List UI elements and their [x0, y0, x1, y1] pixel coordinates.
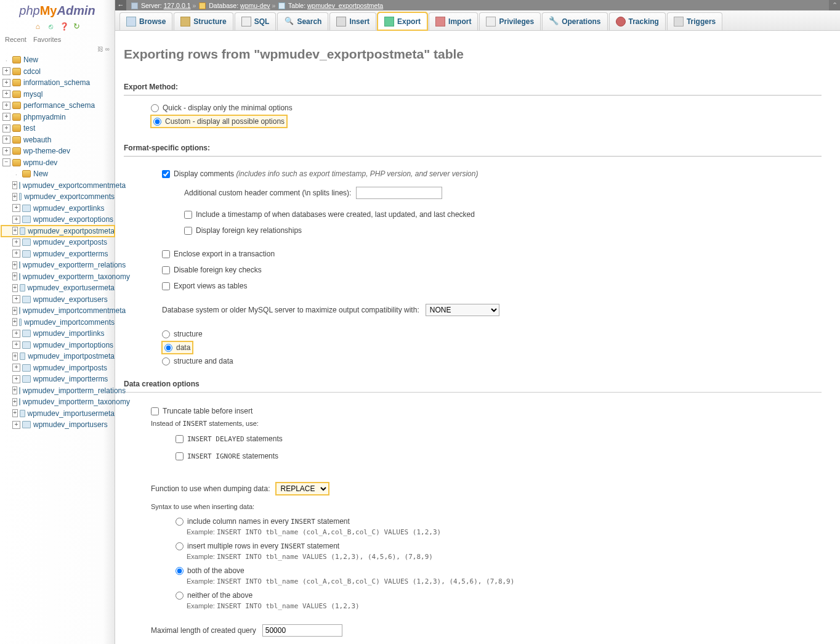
- tree-table-wpmudev_importusers[interactable]: wpmudev_importusers: [1, 419, 115, 431]
- tree-table-wpmudev_exportpostmeta[interactable]: wpmudev_exportpostmeta: [1, 226, 115, 237]
- tree-db-webauth[interactable]: webauth: [1, 134, 115, 146]
- tree-db-wpmu-dev[interactable]: wpmu-dev: [1, 157, 115, 169]
- tree-db-wp-theme-dev[interactable]: wp-theme-dev: [1, 145, 115, 157]
- additional-header-input[interactable]: [356, 187, 442, 199]
- export-method-quick-label[interactable]: Quick - display only the minimal options: [163, 104, 293, 112]
- tab-privileges[interactable]: Privileges: [479, 12, 541, 30]
- expand-icon[interactable]: [2, 90, 10, 98]
- tab-structure[interactable]: Structure: [174, 12, 233, 30]
- tree-table-wpmudev_exportposts[interactable]: wpmudev_exportposts: [1, 237, 115, 248]
- tree-table-wpmudev_importpostmeta[interactable]: wpmudev_importpostmeta: [1, 351, 115, 362]
- expand-icon[interactable]: [12, 375, 20, 383]
- tree-new-table[interactable]: ·New: [1, 168, 115, 180]
- enclose-transaction-label[interactable]: Enclose export in a transaction: [174, 250, 275, 258]
- display-comments-label[interactable]: Display comments (includes info such as …: [174, 169, 478, 178]
- expand-icon[interactable]: [12, 204, 20, 212]
- max-length-input[interactable]: [262, 624, 342, 637]
- logout-icon[interactable]: ⎋: [46, 22, 55, 31]
- tree-table-wpmudev_exportoptions[interactable]: wpmudev_exportoptions: [1, 214, 115, 226]
- insert-ignore-label[interactable]: INSERT IGNORE statements: [187, 452, 278, 460]
- tree-table-wpmudev_exportterm_relations[interactable]: wpmudev_exportterm_relations: [1, 259, 115, 271]
- tree-table-wpmudev_exportlinks[interactable]: wpmudev_exportlinks: [1, 203, 115, 214]
- expand-icon[interactable]: [12, 398, 17, 406]
- disable-fk-checkbox[interactable]: [162, 266, 170, 274]
- insert-ignore-checkbox[interactable]: [176, 452, 184, 460]
- expand-icon[interactable]: [12, 227, 18, 235]
- expand-icon[interactable]: [12, 238, 20, 247]
- tree-table-wpmudev_importterm_relations[interactable]: wpmudev_importterm_relations: [1, 385, 115, 397]
- syntax-both-radio[interactable]: [176, 567, 184, 575]
- expand-icon[interactable]: [12, 193, 17, 201]
- tab-operations[interactable]: 🔧Operations: [542, 12, 607, 30]
- tree-new[interactable]: ·New: [1, 54, 115, 66]
- tree-db-performance_schema[interactable]: performance_schema: [1, 100, 115, 112]
- expand-icon[interactable]: [12, 318, 17, 326]
- export-views-label[interactable]: Export views as tables: [174, 282, 247, 290]
- structure-data-radio[interactable]: [162, 357, 170, 365]
- tree-table-wpmudev_exportterms[interactable]: wpmudev_exportterms: [1, 248, 115, 260]
- database-link[interactable]: wpmu-dev: [240, 2, 270, 9]
- expand-icon[interactable]: [2, 102, 10, 110]
- expand-icon[interactable]: [12, 216, 20, 224]
- truncate-checkbox[interactable]: [151, 407, 159, 415]
- export-method-custom-label[interactable]: Custom - display all possible options: [165, 117, 285, 126]
- compat-select[interactable]: NONE: [426, 304, 499, 316]
- expand-icon[interactable]: [2, 67, 10, 75]
- syntax-neither-label[interactable]: neither of the above: [187, 591, 252, 600]
- tab-export[interactable]: Export: [378, 12, 427, 30]
- tree-db-cdcol[interactable]: cdcol: [1, 66, 115, 78]
- tree-table-wpmudev_importterm_taxonomy[interactable]: wpmudev_importterm_taxonomy: [1, 396, 115, 408]
- expand-icon[interactable]: [12, 409, 18, 417]
- tree-table-wpmudev_importcommentmeta[interactable]: wpmudev_importcommentmeta: [1, 305, 115, 317]
- home-icon[interactable]: ⌂: [33, 22, 42, 31]
- data-radio[interactable]: [164, 344, 172, 352]
- tree-db-test[interactable]: test: [1, 123, 115, 134]
- display-comments-checkbox[interactable]: [162, 170, 170, 178]
- tree-db-information_schema[interactable]: information_schema: [1, 77, 115, 89]
- expand-icon[interactable]: [12, 353, 18, 361]
- foreign-key-label[interactable]: Display foreign key relationships: [196, 226, 302, 235]
- syntax-multi-radio[interactable]: [176, 542, 184, 550]
- insert-delayed-label[interactable]: INSERT DELAYED statements: [187, 434, 283, 443]
- syntax-cols-radio[interactable]: [176, 518, 184, 526]
- foreign-key-checkbox[interactable]: [184, 227, 192, 235]
- expand-icon[interactable]: [12, 386, 17, 394]
- tab-import[interactable]: Import: [429, 12, 478, 30]
- export-method-quick-radio[interactable]: [151, 104, 159, 112]
- expand-icon[interactable]: [2, 124, 10, 132]
- expand-icon[interactable]: [2, 113, 10, 121]
- expand-icon[interactable]: [12, 250, 20, 258]
- expand-icon[interactable]: [12, 181, 17, 189]
- syntax-multi-label[interactable]: insert multiple rows in every INSERT sta…: [187, 542, 339, 550]
- syntax-both-label[interactable]: both of the above: [187, 566, 244, 575]
- include-timestamp-label[interactable]: Include a timestamp of when databases we…: [196, 210, 475, 219]
- tab-browse[interactable]: Browse: [119, 12, 172, 30]
- tree-db-mysql[interactable]: mysql: [1, 89, 115, 100]
- enclose-transaction-checkbox[interactable]: [162, 250, 170, 258]
- logo[interactable]: phpMyAdmin: [0, 0, 115, 20]
- expand-icon[interactable]: [12, 295, 20, 303]
- collapse-breadcrumb-icon[interactable]: ⌃: [829, 0, 840, 10]
- insert-delayed-checkbox[interactable]: [176, 435, 184, 443]
- tree-table-wpmudev_importoptions[interactable]: wpmudev_importoptions: [1, 340, 115, 351]
- tree-table-wpmudev_importterms[interactable]: wpmudev_importterms: [1, 373, 115, 385]
- server-link[interactable]: 127.0.0.1: [164, 2, 191, 9]
- tab-triggers[interactable]: Triggers: [667, 12, 722, 30]
- tab-insert[interactable]: Insert: [329, 12, 376, 30]
- sidebar-tab-favorites[interactable]: Favorites: [33, 36, 61, 43]
- expand-icon[interactable]: [12, 364, 20, 372]
- tab-search[interactable]: 🔍Search: [277, 12, 328, 30]
- structure-data-label[interactable]: structure and data: [174, 357, 233, 365]
- syntax-cols-label[interactable]: include column names in every INSERT sta…: [187, 517, 350, 526]
- syntax-neither-radio[interactable]: [176, 592, 184, 600]
- tree-table-wpmudev_exportcommentmeta[interactable]: wpmudev_exportcommentmeta: [1, 180, 115, 192]
- structure-radio[interactable]: [162, 330, 170, 338]
- expand-icon[interactable]: [2, 147, 10, 155]
- disable-fk-label[interactable]: Disable foreign key checks: [174, 266, 262, 274]
- expand-icon[interactable]: [2, 79, 10, 87]
- expand-icon[interactable]: [12, 272, 17, 280]
- tree-table-wpmudev_importlinks[interactable]: wpmudev_importlinks: [1, 328, 115, 340]
- data-label[interactable]: data: [176, 343, 190, 352]
- tree-table-wpmudev_importposts[interactable]: wpmudev_importposts: [1, 362, 115, 374]
- export-method-custom-radio[interactable]: [153, 118, 161, 126]
